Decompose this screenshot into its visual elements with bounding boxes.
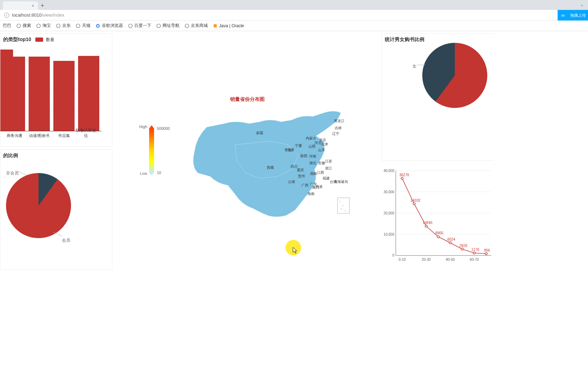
gradient-bar — [149, 128, 154, 172]
pie-gender[interactable] — [422, 43, 487, 108]
site-info-icon[interactable]: i — [4, 13, 9, 18]
panel-title: 统计男女购书比例 — [382, 34, 494, 43]
map-legend[interactable]: High 500000 10 Low — [149, 125, 154, 176]
svg-text:2928: 2928 — [459, 244, 468, 248]
chart-panel-types-top10: 的类型top10 数量 商务沟通 动漫/图画书 作品集 职场/人际交往 — [0, 33, 112, 146]
province-label: 贵州 — [298, 174, 305, 179]
svg-point-27 — [461, 248, 463, 250]
province-label: 西藏 — [267, 165, 274, 170]
pie-membership[interactable] — [6, 173, 71, 238]
bookmark-item[interactable]: 京东商城 — [184, 23, 208, 29]
province-label: 湖北 — [309, 161, 316, 166]
province-label: 江西 — [317, 170, 324, 175]
svg-rect-10 — [337, 198, 349, 213]
pie-label: 女 — [412, 63, 417, 69]
province-label: 安徽 — [318, 161, 325, 166]
bookmark-item[interactable]: 百度一下 — [128, 23, 151, 29]
svg-text:60-70: 60-70 — [470, 258, 479, 261]
legend-low-value: 10 — [157, 171, 161, 175]
province-label: 海南 — [307, 191, 314, 196]
svg-text:24332: 24332 — [411, 199, 421, 202]
svg-text:40,000: 40,000 — [383, 169, 394, 173]
legend-high-value: 500000 — [157, 126, 170, 131]
province-label: 云南 — [288, 179, 295, 184]
address-bar: i localhost:8010/view/index ∞ 拖拽上传 — [0, 10, 588, 21]
province-label: 青海 — [284, 148, 292, 153]
svg-point-28 — [473, 252, 475, 254]
svg-text:36278: 36278 — [399, 173, 409, 177]
svg-text:0-10: 0-10 — [399, 258, 406, 261]
province-label: 辽宁 — [332, 131, 339, 136]
close-icon[interactable]: × — [30, 3, 35, 8]
panel-title: 的类型top10 数量 — [0, 34, 112, 43]
panel-title: 的比例 — [0, 150, 112, 159]
svg-point-29 — [485, 253, 487, 255]
legend-high: High — [139, 125, 147, 129]
svg-text:30,000: 30,000 — [383, 190, 394, 194]
svg-text:13845: 13845 — [423, 221, 433, 225]
bookmark-item[interactable]: 巴巴 — [3, 23, 11, 29]
extension-label: 拖拽上传 — [568, 10, 588, 21]
new-tab-button[interactable]: + — [38, 1, 47, 10]
tabs-dropdown-icon[interactable]: ⌄ — [580, 2, 584, 7]
svg-text:1176: 1176 — [471, 248, 480, 252]
province-label: 天津 — [321, 142, 328, 147]
province-label: 湖南 — [310, 171, 317, 176]
province-label: 宁夏 — [295, 143, 302, 148]
svg-rect-9 — [214, 24, 217, 27]
svg-point-25 — [437, 236, 439, 238]
svg-point-1 — [37, 24, 41, 28]
svg-point-23 — [413, 203, 415, 205]
china-map[interactable]: 黑龙江 吉林 辽宁 内蒙古 北京 天津 河北 山西 山东 河南 陕西 宁夏 甘肃… — [182, 102, 366, 226]
bookmark-item[interactable]: 京东 — [56, 23, 71, 29]
x-tick: 职场/人际交往 — [75, 128, 96, 138]
province-label: 重庆 — [297, 168, 304, 173]
province-label: 四川 — [290, 164, 298, 169]
province-label: 河南 — [309, 154, 316, 159]
svg-text:6024: 6024 — [447, 237, 455, 241]
bookmark-item[interactable]: Java | Oracle — [213, 23, 244, 28]
bookmark-item[interactable]: 网址导航 — [156, 23, 180, 29]
cursor-icon — [293, 247, 298, 254]
extension-icon: ∞ — [558, 10, 568, 21]
svg-point-22 — [401, 177, 403, 179]
svg-point-7 — [157, 24, 161, 28]
line-chart[interactable]: 40,000 30,000 20,000 10,000 0 36278 2433… — [382, 163, 494, 270]
province-label: 河北 — [314, 140, 322, 145]
svg-text:20-30: 20-30 — [422, 258, 431, 261]
bar[interactable] — [29, 57, 50, 131]
dashboard-content: 的类型top10 数量 商务沟通 动漫/图画书 作品集 职场/人际交往 的比例 … — [0, 31, 588, 368]
svg-point-3 — [76, 24, 80, 28]
province-label: 江苏 — [325, 159, 332, 164]
svg-point-8 — [185, 24, 189, 28]
bar[interactable] — [78, 56, 99, 131]
province-label: 广西 — [301, 183, 308, 188]
browser-tab[interactable]: × — [3, 1, 38, 10]
extension-badge[interactable]: ∞ 拖拽上传 — [558, 10, 588, 21]
chart-panel-membership: 的比例 非会员 会员 — [0, 149, 112, 270]
map-title: 销量省份分布图 — [230, 96, 265, 103]
svg-text:8900: 8900 — [435, 231, 443, 235]
bookmark-item[interactable]: 搜索 — [16, 23, 31, 29]
province-label: 山东 — [318, 148, 325, 153]
svg-point-2 — [57, 24, 60, 28]
legend-swatch — [35, 38, 43, 42]
bar[interactable] — [4, 57, 25, 131]
svg-point-6 — [129, 24, 133, 28]
svg-point-0 — [17, 24, 21, 28]
bookmark-item[interactable]: 天猫 — [76, 23, 90, 29]
bookmark-item[interactable]: 淘宝 — [36, 23, 51, 29]
x-tick: 商务沟通 — [4, 133, 25, 138]
bookmark-item[interactable]: 谷歌浏览器 — [95, 23, 123, 29]
bar-chart-area[interactable]: 商务沟通 动漫/图画书 作品集 职场/人际交往 — [0, 48, 112, 140]
svg-text:20,000: 20,000 — [383, 211, 394, 215]
svg-text:856: 856 — [484, 248, 490, 252]
svg-text:40-50: 40-50 — [446, 258, 455, 261]
province-label: 南海诸岛 — [334, 179, 348, 184]
x-tick: 动漫/图画书 — [29, 133, 50, 138]
bar[interactable] — [53, 61, 75, 131]
province-label: 新疆 — [256, 131, 263, 136]
svg-text:0: 0 — [392, 253, 394, 257]
province-label: 山西 — [308, 144, 316, 149]
url-text[interactable]: localhost:8010/view/index — [12, 12, 64, 18]
